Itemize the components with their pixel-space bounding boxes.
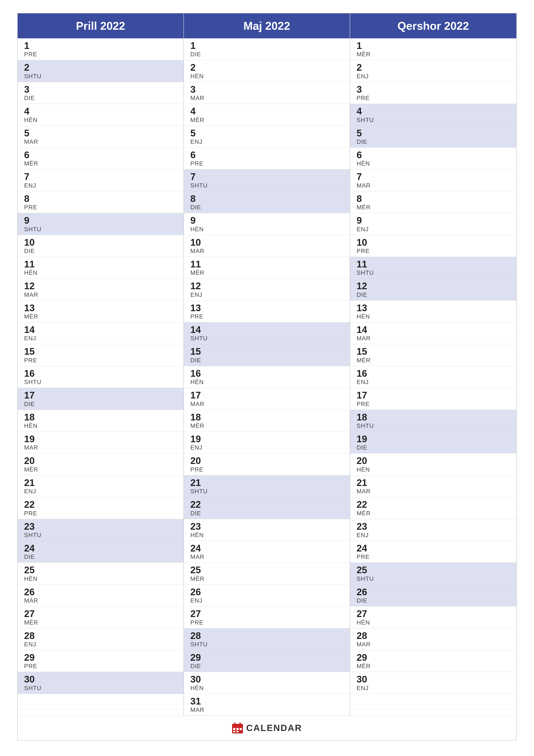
day-row-0-16: 17DIE [18, 388, 184, 410]
day-number: 28 [24, 631, 179, 641]
day-row-0-18: 19MAR [18, 432, 184, 453]
day-name: SHTU [191, 641, 345, 648]
day-row-1-16: 17MAR [184, 388, 350, 410]
day-row-2-16: 17PRE [350, 388, 516, 410]
svg-rect-4 [237, 728, 239, 730]
day-row-0-7: 8PRE [18, 191, 184, 213]
day-number: 15 [357, 346, 512, 357]
month-header-0: Prill 2022 [18, 14, 184, 39]
day-number: 3 [357, 84, 512, 94]
day-number: 2 [357, 62, 512, 73]
day-name: ENJ [191, 138, 345, 145]
day-name: MAR [191, 401, 345, 408]
day-number: 24 [24, 543, 179, 554]
day-number: 22 [191, 499, 345, 510]
day-name: SHTU [357, 422, 512, 429]
day-number: 7 [357, 172, 512, 182]
day-number: 3 [191, 84, 345, 94]
day-number: 14 [24, 325, 179, 335]
day-number: 9 [357, 215, 512, 226]
day-number: 16 [191, 368, 345, 379]
day-number: 1 [357, 40, 512, 51]
day-number: 3 [24, 84, 179, 94]
month-header-1: Maj 2022 [184, 14, 350, 39]
day-row-0-4: 5MAR [18, 126, 184, 148]
day-row-0-1: 2SHTU [18, 60, 184, 82]
day-number: 1 [24, 40, 179, 51]
day-number: 5 [191, 128, 345, 138]
day-number: 20 [24, 456, 179, 466]
day-row-1-27: 28SHTU [184, 629, 350, 650]
day-number: 29 [357, 652, 512, 663]
day-row-1-3: 4MËR [184, 104, 350, 126]
day-row-1-11: 12ENJ [184, 279, 350, 300]
day-number: 16 [357, 368, 512, 379]
day-row-0-15: 16SHTU [18, 366, 184, 388]
day-number: 27 [24, 608, 179, 619]
day-row-2-23: 24PRE [350, 541, 516, 563]
day-name: PRE [24, 357, 179, 364]
day-number: 5 [357, 128, 512, 138]
day-row-1-18: 19ENJ [184, 432, 350, 453]
day-name: MËR [24, 619, 179, 626]
day-row-0-19: 20MËR [18, 453, 184, 475]
day-name: MAR [191, 554, 345, 560]
svg-rect-5 [240, 728, 242, 730]
day-name: HËN [24, 269, 179, 276]
day-name: ENJ [357, 73, 512, 80]
day-number: 24 [357, 543, 512, 554]
day-name: HËN [191, 379, 345, 386]
header-row: Prill 2022Maj 2022Qershor 2022 [18, 14, 516, 39]
day-number: 18 [24, 412, 179, 422]
day-name: SHTU [24, 532, 179, 539]
day-name: SHTU [357, 576, 512, 582]
day-name: DIE [24, 248, 179, 255]
day-number: 19 [191, 434, 345, 444]
day-row-2-8: 9ENJ [350, 213, 516, 235]
day-number: 21 [191, 477, 345, 488]
day-row-1-28: 29DIE [184, 650, 350, 672]
day-name: DIE [191, 663, 345, 670]
day-row-1-7: 8DIE [184, 191, 350, 213]
day-number: 29 [191, 652, 345, 663]
day-name: MAR [24, 138, 179, 145]
day-number: 9 [191, 215, 345, 226]
day-row-1-29: 30HËN [184, 672, 350, 694]
day-name: HËN [357, 619, 512, 626]
day-row-0-0: 1PRE [18, 39, 184, 60]
month-column-0: 1PRE2SHTU3DIE4HËN5MAR6MËR7ENJ8PRE9SHTU10… [18, 39, 184, 716]
day-row-0-3: 4HËN [18, 104, 184, 126]
day-number: 5 [24, 128, 179, 138]
day-row-1-12: 13PRE [184, 301, 350, 322]
day-number: 18 [191, 412, 345, 422]
day-number: 21 [24, 477, 179, 488]
day-number: 30 [357, 674, 512, 685]
day-number: 2 [24, 62, 179, 73]
day-row-2-5: 6HËN [350, 148, 516, 169]
day-name: PRE [191, 313, 345, 320]
day-row-2-4: 5DIE [350, 126, 516, 148]
day-name: MËR [357, 51, 512, 58]
day-name: SHTU [24, 226, 179, 233]
day-number: 9 [24, 215, 179, 226]
day-name: ENJ [357, 379, 512, 386]
day-name: ENJ [24, 335, 179, 342]
svg-rect-7 [237, 731, 239, 732]
day-number: 26 [24, 587, 179, 597]
calendar-container: Prill 2022Maj 2022Qershor 2022 1PRE2SHTU… [17, 13, 517, 741]
day-row-2-19: 20HËN [350, 453, 516, 475]
day-name: MËR [191, 576, 345, 582]
day-number: 11 [24, 259, 179, 269]
day-name: HËN [357, 466, 512, 473]
day-row-1-8: 9HËN [184, 213, 350, 235]
day-name: MAR [357, 641, 512, 648]
day-name: MAR [357, 182, 512, 189]
day-number: 30 [191, 674, 345, 685]
day-row-2-2: 3PRE [350, 82, 516, 104]
day-row-1-2: 3MAR [184, 82, 350, 104]
day-number: 7 [191, 172, 345, 182]
day-name: SHTU [357, 117, 512, 123]
day-number: 10 [191, 237, 345, 248]
day-number: 16 [24, 368, 179, 379]
day-row-2-20: 21MAR [350, 475, 516, 497]
